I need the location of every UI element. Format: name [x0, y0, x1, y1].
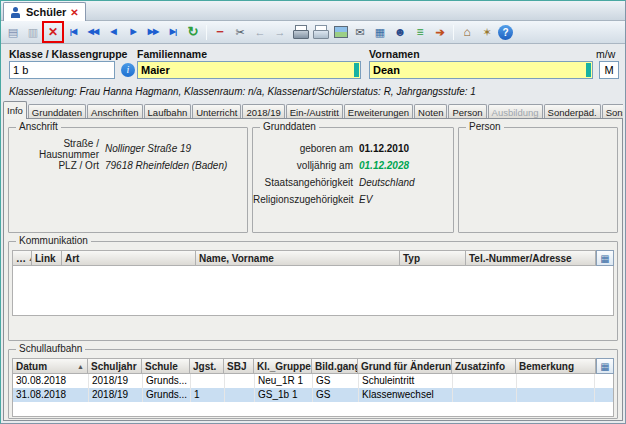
schullaufbahn-group-title: Schullaufbahn: [16, 343, 85, 354]
staatsangehoerigkeit-value: Deutschland: [359, 177, 415, 188]
schullaufbahn-col-schule[interactable]: Schule: [142, 358, 190, 374]
person-group: Person: [458, 127, 618, 233]
tab-anschriften[interactable]: Anschriften: [87, 104, 143, 119]
cell-datum: 30.08.2018: [13, 374, 89, 388]
grunddaten-group: Grunddaten geboren am 01.12.2010 volljäh…: [252, 127, 454, 233]
kommunikation-col-art[interactable]: Art: [62, 250, 196, 266]
cell-schuljahr: 2018/19: [89, 388, 143, 402]
remove-icon[interactable]: −: [211, 23, 229, 41]
print-preview-icon[interactable]: [311, 23, 329, 41]
cell-schule: Grunds...: [143, 374, 191, 388]
kommunikation-col-tel[interactable]: Tel.-Nummer/Adresse: [466, 250, 596, 266]
tools-icon[interactable]: ✶: [478, 23, 496, 41]
fast-next-icon[interactable]: ▶▶: [144, 23, 162, 41]
grid-icon: ▦: [600, 361, 609, 372]
col-datum-label: Datum: [16, 361, 47, 372]
save-icon[interactable]: ▤: [4, 23, 22, 41]
kommunikation-table-config-button[interactable]: ▦: [596, 250, 614, 266]
plz-ort-value: 79618 Rheinfelden (Baden): [105, 160, 227, 171]
geboren-am-value: 01.12.2010: [359, 143, 409, 154]
schullaufbahn-col-jgst[interactable]: Jgst.: [190, 358, 224, 374]
klasse-value: 1 b: [13, 64, 28, 76]
last-record-icon[interactable]: ▶|: [164, 23, 182, 41]
forward-icon[interactable]: →: [271, 23, 289, 41]
kommunikation-col-menu[interactable]: … ▲: [12, 250, 32, 266]
kommunikation-table-body: [12, 266, 614, 316]
person-icon[interactable]: ☻: [391, 23, 409, 41]
kommunikation-col-name[interactable]: Name, Vorname: [196, 250, 400, 266]
logout-icon[interactable]: ➔: [431, 23, 449, 41]
schullaufbahn-col-bildgang[interactable]: Bild.gang: [312, 358, 358, 374]
cell-bemerkung: [517, 388, 595, 402]
photo-icon[interactable]: [331, 23, 349, 41]
schullaufbahn-col-sbj[interactable]: SBJ: [224, 358, 254, 374]
vornamen-field[interactable]: Dean: [369, 61, 593, 79]
tab-noten[interactable]: Noten: [414, 104, 447, 119]
schullaufbahn-col-datum[interactable]: Datum ▲: [12, 358, 88, 374]
religionszugehoerigkeit-label: Religionszugehörigkeit: [253, 194, 359, 205]
toolbar: ▤ ▥ ✕ |◀ ◀◀ ◀ ▶ ▶▶ ▶| ↻ − ✂ ← → ✉ ▦ ☻ ≡ …: [1, 21, 625, 44]
grunddaten-group-title: Grunddaten: [260, 121, 319, 132]
scissors-icon[interactable]: ✂: [231, 23, 249, 41]
mw-label: m/w: [596, 48, 615, 60]
refresh-icon[interactable]: ↻: [184, 23, 202, 41]
tab-ausbildung: Ausbildung: [488, 104, 543, 119]
schullaufbahn-col-bemerkung[interactable]: Bemerkung: [516, 358, 596, 374]
schullaufbahn-table-config-button[interactable]: ▦: [596, 358, 614, 374]
volljaehrig-am-value: 01.12.2028: [359, 160, 409, 171]
cell-datum: 31.08.2018: [13, 388, 89, 402]
prev-record-icon[interactable]: ◀: [104, 23, 122, 41]
cell-bildgang: GS: [313, 388, 359, 402]
first-record-icon[interactable]: |◀: [64, 23, 82, 41]
list-icon[interactable]: ≡: [411, 23, 429, 41]
tab-person[interactable]: Person: [448, 104, 486, 119]
tab-ein-austritt[interactable]: Ein-/Austritt: [286, 104, 343, 119]
tab-sonstiges[interactable]: Sonstiges: [602, 104, 623, 119]
strasse-label: Straße / Hausnummer: [9, 138, 105, 160]
tab-schueler[interactable]: Schüler ✕: [3, 2, 86, 21]
fast-prev-icon[interactable]: ◀◀: [84, 23, 102, 41]
cell-schule: Grunds...: [143, 388, 191, 402]
cell-klgruppe: Neu_1R 1: [255, 374, 313, 388]
document-tabbar: Schüler ✕: [1, 1, 625, 21]
familienname-value: Maier: [141, 64, 170, 76]
back-icon[interactable]: ←: [251, 23, 269, 41]
tab-erweiterungen[interactable]: Erweiterungen: [344, 104, 413, 119]
next-record-icon[interactable]: ▶: [124, 23, 142, 41]
tab-sonderpaed[interactable]: Sonderpäd.: [544, 104, 601, 119]
tab-grunddaten[interactable]: Grunddaten: [28, 104, 86, 119]
cell-zusatzinfo: [453, 388, 517, 402]
schullaufbahn-col-zusatzinfo[interactable]: Zusatzinfo: [452, 358, 516, 374]
calendar-icon[interactable]: ▦: [371, 23, 389, 41]
kommunikation-col-typ[interactable]: Typ: [400, 250, 466, 266]
kommunikation-table-header: … ▲ Link Art Name, Vorname Typ Tel.-Numm…: [12, 250, 614, 266]
familienname-field[interactable]: Maier: [137, 61, 361, 79]
help-icon[interactable]: ?: [498, 25, 513, 40]
cell-grund: Klassenwechsel: [359, 388, 453, 402]
students-icon: [10, 6, 22, 19]
delete-record-icon[interactable]: ✕: [44, 23, 62, 41]
cell-sbj: [225, 374, 255, 388]
mail-icon[interactable]: ✉: [351, 23, 369, 41]
table-row-selected[interactable]: 31.08.2018 2018/19 Grunds... 1 GS_1b 1 G…: [13, 388, 613, 402]
copy-icon[interactable]: ▥: [24, 23, 42, 41]
mw-field[interactable]: M: [599, 61, 619, 79]
tab-unterricht[interactable]: Unterricht: [192, 104, 241, 119]
schullaufbahn-col-grund[interactable]: Grund für Änderung: [358, 358, 452, 374]
printer-icon[interactable]: [291, 23, 309, 41]
table-row[interactable]: 30.08.2018 2018/19 Grunds... Neu_1R 1 GS…: [13, 374, 613, 388]
close-tab-icon[interactable]: ✕: [70, 7, 78, 18]
klasse-field[interactable]: 1 b: [9, 61, 115, 79]
religionszugehoerigkeit-value: EV: [359, 194, 372, 205]
home-icon[interactable]: ⌂: [458, 23, 476, 41]
info-icon[interactable]: i: [121, 63, 135, 77]
schullaufbahn-col-schuljahr[interactable]: Schuljahr: [88, 358, 142, 374]
col-menu-label: …: [16, 253, 26, 264]
schullaufbahn-col-klgruppe[interactable]: Kl._Gruppe: [254, 358, 312, 374]
mw-value: M: [604, 64, 613, 76]
tab-schuljahr[interactable]: 2018/19: [242, 104, 284, 119]
kommunikation-col-link[interactable]: Link: [32, 250, 62, 266]
tab-laufbahn[interactable]: Laufbahn: [144, 104, 192, 119]
tab-info[interactable]: Info: [3, 101, 27, 119]
toolbar-separator: [206, 25, 207, 40]
